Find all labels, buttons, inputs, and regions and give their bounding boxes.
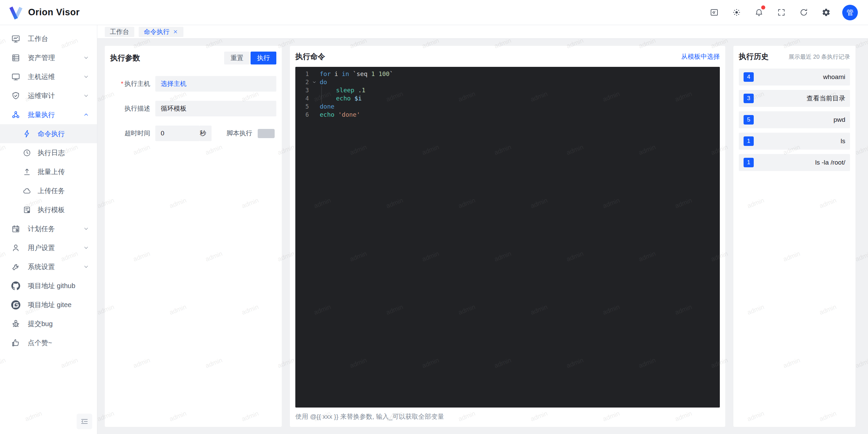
code-token: i — [331, 70, 342, 77]
sidebar-item-host-ops[interactable]: 主机运维 — [0, 67, 97, 86]
history-item[interactable]: 1ls — [739, 133, 850, 150]
theme-icon[interactable] — [729, 5, 744, 20]
sidebar-item-label: 资产管理 — [28, 53, 83, 62]
sidebar-item-label: 用户设置 — [28, 243, 83, 252]
history-item[interactable]: 3查看当前目录 — [739, 90, 850, 107]
app-title: Orion Visor — [28, 7, 80, 18]
code-token: ` — [390, 70, 393, 77]
notification-bell-icon[interactable] — [751, 5, 766, 20]
code-line: 3sleep .1 — [295, 86, 720, 94]
sidebar-item-label: 工作台 — [28, 34, 90, 43]
code-line: 6echo 'done' — [295, 111, 720, 119]
code-token — [334, 111, 338, 118]
chevron-up-icon — [83, 111, 90, 118]
description-input[interactable] — [155, 101, 276, 116]
sidebar-item-label: 项目地址 github — [28, 281, 90, 290]
sidebar-item-label: 点个赞~ — [28, 338, 90, 347]
host-icon — [11, 72, 20, 81]
header-actions: 管 — [699, 5, 858, 20]
exec-history-title: 执行历史 — [739, 52, 769, 62]
app-header: Orion Visor 管 — [0, 0, 868, 25]
code-token: `seq — [349, 70, 371, 77]
app-logo: Orion Visor — [8, 5, 80, 20]
menu-fold-icon — [80, 417, 89, 426]
host-select-field[interactable]: 选择主机 — [155, 76, 276, 92]
sidebar-item-scheduled-task[interactable]: 计划任务 — [0, 219, 97, 238]
history-item[interactable]: 4whoami — [739, 69, 850, 86]
dashboard-icon — [11, 34, 20, 43]
sidebar-item-workbench[interactable]: 工作台 — [0, 29, 97, 48]
select-from-template-link[interactable]: 从模板中选择 — [681, 52, 720, 61]
execution-count-badge: 1 — [744, 158, 754, 167]
fold-chevron-icon — [309, 79, 320, 85]
tab-命令执行[interactable]: 命令执行 — [139, 27, 183, 37]
sidebar-item-label: 主机运维 — [28, 72, 83, 81]
sidebar-item-assets[interactable]: 资产管理 — [0, 48, 97, 67]
sidebar-item-github[interactable]: 项目地址 github — [0, 276, 97, 295]
host-label: 执行主机 — [110, 79, 150, 88]
line-number: 3 — [295, 86, 309, 94]
chevron-down-icon — [83, 54, 90, 61]
sidebar-item-upload-task[interactable]: 上传任务 — [0, 181, 97, 200]
tab-工作台[interactable]: 工作台 — [105, 27, 134, 37]
description-label: 执行描述 — [110, 104, 150, 113]
script-toggle[interactable] — [258, 129, 275, 138]
logo-v-icon — [8, 5, 23, 20]
sidebar-item-user-settings[interactable]: 用户设置 — [0, 238, 97, 257]
timeout-input[interactable] — [155, 126, 200, 141]
history-item[interactable]: 5pwd — [739, 111, 850, 128]
chevron-down-icon — [83, 73, 90, 80]
upload-icon — [23, 168, 31, 176]
reset-button[interactable]: 重置 — [224, 52, 250, 64]
sidebar-item-command-exec[interactable]: 命令执行 — [0, 124, 97, 143]
fullscreen-icon[interactable] — [774, 5, 789, 20]
sidebar-item-exec-template[interactable]: 执行模板 — [0, 200, 97, 219]
code-token: 'done' — [338, 111, 360, 118]
script-exec-label: 脚本执行 — [226, 129, 252, 138]
exec-params-panel: 执行参数 重置 执行 执行主机 选择主机 执行描述 — [105, 46, 282, 427]
history-item[interactable]: 1ls -la /root/ — [739, 154, 850, 171]
user-avatar[interactable]: 管 — [842, 5, 858, 20]
run-button[interactable]: 执行 — [251, 52, 276, 64]
github-icon — [11, 281, 20, 290]
settings-gear-icon[interactable] — [818, 5, 833, 20]
code-token: echo — [320, 111, 334, 118]
sidebar: 工作台资产管理主机运维运维审计批量执行命令执行执行日志批量上传上传任务执行模板计… — [0, 25, 97, 434]
code-token: $i — [354, 95, 362, 102]
sidebar-item-label: 批量执行 — [28, 110, 83, 119]
sidebar-collapse-button[interactable] — [77, 414, 92, 429]
editor-hint: 使用 @{{ xxx }} 来替换参数, 输入_可以获取全部变量 — [295, 412, 720, 421]
lightning-icon — [23, 130, 31, 138]
sidebar-item-submit-bug[interactable]: 提交bug — [0, 314, 97, 333]
template-icon — [23, 206, 31, 214]
sidebar-item-exec-log[interactable]: 执行日志 — [0, 143, 97, 162]
sidebar-item-label: 批量上传 — [38, 167, 90, 176]
sidebar-item-audit[interactable]: 运维审计 — [0, 86, 97, 105]
sidebar-item-label: 系统设置 — [28, 262, 83, 271]
content-area: 执行参数 重置 执行 执行主机 选择主机 执行描述 — [97, 39, 868, 434]
code-icon[interactable] — [707, 5, 722, 20]
host-select-link[interactable]: 选择主机 — [161, 79, 186, 88]
history-command: whoami — [754, 73, 845, 81]
sidebar-item-like[interactable]: 点个赞~ — [0, 333, 97, 352]
bug-icon — [11, 319, 20, 328]
exec-command-panel: 执行命令 从模板中选择 1for i in `seq 1 100`2do3sle… — [290, 46, 725, 427]
line-number: 6 — [295, 111, 309, 119]
sidebar-item-system-settings[interactable]: 系统设置 — [0, 257, 97, 276]
execution-count-badge: 1 — [744, 136, 754, 146]
exec-history-subtitle: 展示最近 20 条执行记录 — [789, 53, 850, 61]
code-token: done — [320, 103, 334, 110]
execution-count-badge: 3 — [744, 94, 754, 103]
execution-count-badge: 5 — [744, 115, 754, 125]
sidebar-item-batch-upload[interactable]: 批量上传 — [0, 162, 97, 181]
batch-exec-icon — [11, 110, 20, 119]
sidebar-item-gitee[interactable]: 项目地址 gitee — [0, 295, 97, 314]
tab-bar: 工作台命令执行 — [97, 25, 868, 39]
code-token — [354, 87, 358, 94]
sidebar-item-batch-exec[interactable]: 批量执行 — [0, 105, 97, 124]
code-line: 4echo $i — [295, 94, 720, 102]
user-icon — [11, 243, 20, 252]
chevron-down-icon — [83, 263, 90, 270]
refresh-icon[interactable] — [796, 5, 811, 20]
command-code-editor[interactable]: 1for i in `seq 1 100`2do3sleep .14echo $… — [295, 67, 720, 408]
